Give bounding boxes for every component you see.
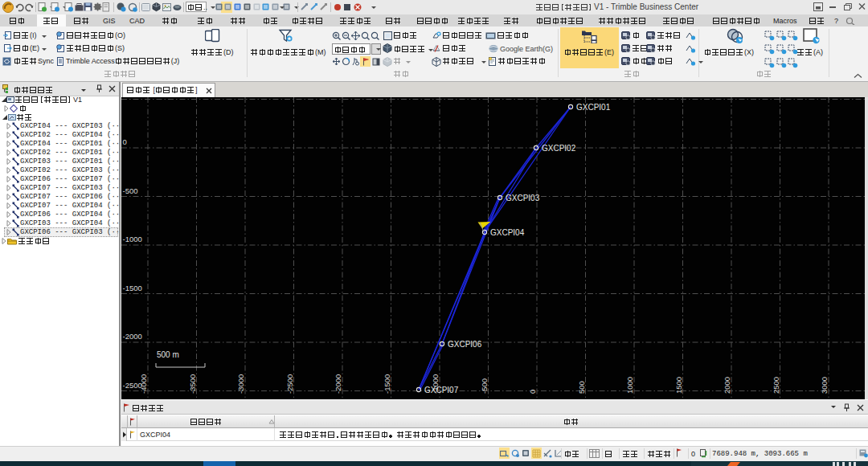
svg-text:-3000: -3000 — [236, 374, 245, 394]
svg-text:500 m: 500 m — [157, 350, 179, 359]
svg-text:GXCPI06: GXCPI06 — [448, 340, 482, 349]
svg-text:-500: -500 — [480, 378, 489, 394]
svg-text:-2500: -2500 — [285, 374, 294, 394]
svg-text:-2000: -2000 — [123, 332, 142, 341]
svg-text:0: 0 — [528, 390, 537, 394]
svg-text:-4000: -4000 — [139, 374, 148, 394]
svg-text:-1000: -1000 — [123, 235, 142, 243]
svg-text:GXCPI02: GXCPI02 — [542, 144, 576, 153]
svg-text:GXCPI03: GXCPI03 — [506, 194, 540, 202]
svg-text:-1500: -1500 — [123, 284, 142, 292]
svg-text:2500: 2500 — [772, 377, 780, 394]
svg-text:1000: 1000 — [625, 377, 634, 394]
svg-text:GXCPI01: GXCPI01 — [576, 103, 611, 112]
svg-text:500: 500 — [577, 381, 586, 394]
svg-text:GXCPI04: GXCPI04 — [490, 228, 525, 237]
svg-text:GXCPI07: GXCPI07 — [424, 386, 459, 394]
svg-text:3000: 3000 — [820, 377, 829, 394]
svg-text:-1500: -1500 — [383, 374, 391, 394]
svg-text:-2000: -2000 — [334, 374, 342, 394]
svg-text:2000: 2000 — [723, 377, 731, 394]
svg-text:-500: -500 — [123, 186, 138, 195]
svg-text:-3500: -3500 — [188, 374, 197, 394]
svg-text:0: 0 — [123, 137, 127, 146]
svg-text:1500: 1500 — [674, 377, 683, 394]
